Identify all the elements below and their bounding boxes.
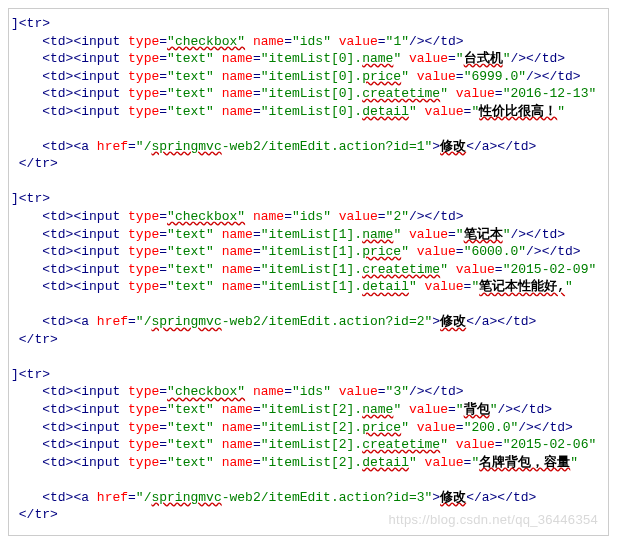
source-code: ]<tr> <td><input type="checkbox" name="i… <box>11 15 606 524</box>
code-viewport: ]<tr> <td><input type="checkbox" name="i… <box>8 8 609 536</box>
